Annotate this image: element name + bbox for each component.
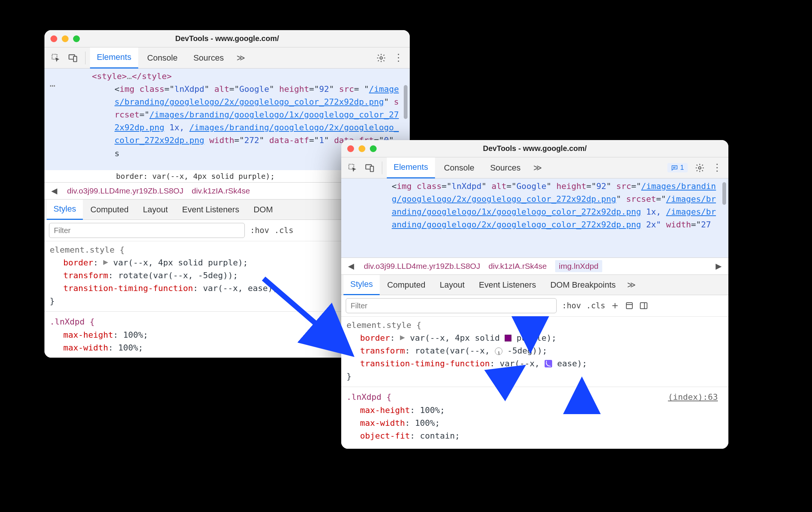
- device-toggle-icon[interactable]: [362, 160, 377, 175]
- subtab-styles[interactable]: Styles: [47, 200, 83, 220]
- css-declaration[interactable]: max-height: 100%;: [346, 404, 723, 417]
- zoom-button[interactable]: [370, 145, 377, 152]
- tab-console[interactable]: Console: [437, 157, 481, 178]
- breadcrumb-trail: ◀ div.o3j99.LLD4me.yr19Zb.LS8OJ div.k1zI…: [341, 258, 728, 275]
- dom-selected-element[interactable]: <img class="lnXdpd" alt="Google" height=…: [350, 180, 721, 231]
- kebab-menu-icon[interactable]: ⋮: [391, 50, 406, 66]
- window-titlebar: DevTools - www.google.com/: [44, 30, 410, 47]
- more-tabs-icon[interactable]: ≫: [530, 163, 546, 173]
- device-toggle-icon[interactable]: [66, 50, 81, 66]
- breadcrumb-item[interactable]: div.o3j99.LLD4me.yr19Zb.LS8OJ: [67, 186, 183, 195]
- devtools-window-after: DevTools - www.google.com/ Elements Cons…: [341, 140, 728, 449]
- hov-toggle[interactable]: :hov: [562, 301, 581, 310]
- tab-sources[interactable]: Sources: [483, 157, 527, 178]
- window-titlebar: DevTools - www.google.com/: [341, 140, 728, 157]
- subtab-event-listeners[interactable]: Event Listeners: [176, 200, 246, 220]
- dom-tree[interactable]: <img class="lnXdpd" alt="Google" height=…: [341, 178, 728, 258]
- more-subtabs-icon[interactable]: ≫: [623, 280, 640, 290]
- window-controls: [347, 145, 377, 152]
- subtab-computed[interactable]: Computed: [380, 275, 432, 295]
- svg-point-3: [380, 56, 383, 59]
- svg-rect-8: [626, 303, 632, 309]
- main-toolbar: Elements Console Sources ≫ ⋮: [44, 47, 410, 69]
- window-title: DevTools - www.google.com/: [341, 144, 728, 153]
- subtab-dom-breakpoints[interactable]: DOM Breakpoints: [543, 275, 623, 295]
- subtab-styles[interactable]: Styles: [343, 275, 380, 295]
- subtab-computed[interactable]: Computed: [84, 200, 136, 220]
- dom-preline: <style>…</style>: [50, 70, 402, 83]
- minimize-button[interactable]: [359, 145, 365, 152]
- settings-icon[interactable]: [692, 160, 707, 175]
- css-declaration[interactable]: object-fit: contain;: [346, 430, 723, 442]
- styles-filter-input[interactable]: [49, 223, 245, 238]
- more-tabs-icon[interactable]: ≫: [233, 53, 249, 63]
- svg-rect-2: [73, 56, 77, 61]
- toggle-sidebar-icon[interactable]: [639, 301, 648, 310]
- issues-badge[interactable]: 1: [667, 163, 688, 172]
- tab-console[interactable]: Console: [140, 47, 185, 69]
- minimize-button[interactable]: [62, 35, 69, 42]
- breadcrumb-item[interactable]: div.o3j99.LLD4me.yr19Zb.LS8OJ: [364, 262, 480, 271]
- styles-filter-row: :hov .cls: [341, 295, 728, 317]
- cls-toggle[interactable]: .cls: [275, 226, 294, 235]
- rule-selector[interactable]: .lnXdpd {: [346, 391, 723, 404]
- breadcrumb-item-active[interactable]: img.lnXdpd: [555, 260, 602, 272]
- settings-icon[interactable]: [374, 50, 389, 66]
- subtab-event-listeners[interactable]: Event Listeners: [472, 275, 543, 295]
- kebab-menu-icon[interactable]: ⋮: [710, 160, 725, 175]
- svg-rect-6: [370, 166, 374, 171]
- angle-swatch-icon[interactable]: [495, 347, 502, 355]
- rule-close: }: [346, 370, 723, 383]
- tab-elements[interactable]: Elements: [90, 47, 138, 69]
- inspect-icon[interactable]: [48, 50, 63, 66]
- svg-rect-9: [640, 303, 647, 309]
- css-declaration[interactable]: transition-timing-function: var(--x, eas…: [346, 357, 723, 370]
- rule-selector[interactable]: element.style {: [346, 319, 723, 332]
- subtab-layout[interactable]: Layout: [433, 275, 471, 295]
- hov-toggle[interactable]: :hov: [250, 226, 269, 235]
- styles-filter-input[interactable]: [346, 298, 557, 313]
- scrollbar-thumb[interactable]: [722, 182, 726, 205]
- close-button[interactable]: [50, 35, 57, 42]
- source-link[interactable]: (index):63: [668, 391, 718, 404]
- css-declaration[interactable]: border: ▶ var(--x, 4px solid purple);: [346, 332, 723, 344]
- zoom-button[interactable]: [73, 35, 80, 42]
- separator: [382, 162, 382, 174]
- message-icon: [671, 165, 678, 171]
- css-declaration[interactable]: max-width: 100%;: [346, 417, 723, 430]
- breadcrumb-item[interactable]: div.k1zIA.rSk4se: [488, 262, 547, 271]
- bezier-swatch-icon[interactable]: [545, 360, 552, 367]
- tab-sources[interactable]: Sources: [186, 47, 230, 69]
- color-swatch-icon[interactable]: [505, 335, 511, 341]
- separator: [85, 52, 85, 64]
- scrollbar-thumb[interactable]: [404, 85, 408, 119]
- breadcrumb-prev-icon[interactable]: ◀: [346, 262, 356, 271]
- breadcrumb-next-icon[interactable]: ▶: [714, 262, 723, 271]
- subtab-layout[interactable]: Layout: [136, 200, 174, 220]
- styles-pane[interactable]: element.style { border: ▶ var(--x, 4px s…: [341, 317, 728, 449]
- breadcrumb-item[interactable]: div.k1zIA.rSk4se: [192, 186, 250, 195]
- styles-subtabs: Styles Computed Layout Event Listeners D…: [341, 275, 728, 295]
- breadcrumb-prev-icon[interactable]: ◀: [50, 186, 59, 195]
- window-title: DevTools - www.google.com/: [44, 34, 410, 43]
- computed-styles-icon[interactable]: [625, 301, 634, 310]
- cls-toggle[interactable]: .cls: [586, 301, 606, 310]
- window-controls: [50, 35, 80, 42]
- svg-point-7: [699, 166, 701, 169]
- new-style-rule-icon[interactable]: [611, 301, 620, 310]
- collapsed-indicator-icon[interactable]: ⋯: [50, 79, 56, 93]
- subtab-dom[interactable]: DOM: [247, 200, 279, 220]
- inspect-icon[interactable]: [345, 160, 360, 175]
- css-declaration[interactable]: transform: rotate(var(--x, -5deg));: [346, 344, 723, 357]
- tab-elements[interactable]: Elements: [387, 157, 435, 178]
- main-toolbar: Elements Console Sources ≫ 1 ⋮: [341, 157, 728, 178]
- close-button[interactable]: [347, 145, 354, 152]
